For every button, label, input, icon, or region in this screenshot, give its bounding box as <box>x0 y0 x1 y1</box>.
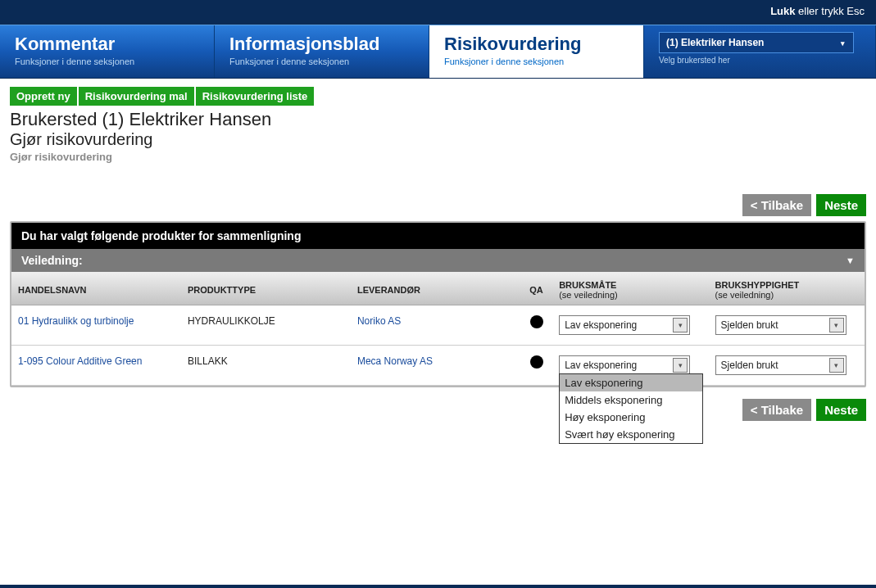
col-handelsnavn: HANDELSNAVN <box>11 272 181 305</box>
products-table: HANDELSNAVN PRODUKTTYPE LEVERANDØR QA BR… <box>11 272 865 386</box>
content-area: Opprett ny Risikovurdering mal Risikovur… <box>0 79 876 585</box>
bruksmate-options: Lav eksponering Middels eksponering Høy … <box>559 373 703 444</box>
table-row: 01 Hydraulikk og turbinolje HYDRAULIKKOL… <box>11 305 865 346</box>
cell-leverandor[interactable]: Meca Norway AS <box>351 346 520 386</box>
dropdown-option[interactable]: Middels eksponering <box>560 391 702 409</box>
tab-risiko-sub: Funksjoner i denne seksjonen <box>444 57 629 66</box>
page-title-line1: Brukersted (1) Elektriker Hansen <box>10 109 866 130</box>
tab-risikovurdering[interactable]: Risikovurdering Funksjoner i denne seksj… <box>429 25 644 78</box>
bruksmate-select[interactable]: Lav eksponering▾ <box>559 315 690 335</box>
user-location-select[interactable]: (1) Elektriker Hansen ▾ <box>659 32 854 53</box>
dropdown-option[interactable]: Svært høy eksponering <box>560 426 702 443</box>
guidance-toggle[interactable]: Veiledning: ▼ <box>11 249 865 272</box>
table-row: 1-095 Colour Additive Green BILLAKK Meca… <box>11 346 865 386</box>
tab-kommentar-title: Kommentar <box>15 34 199 55</box>
user-location-area: (1) Elektriker Hansen ▾ Velg brukersted … <box>644 25 876 78</box>
cell-leverandor[interactable]: Noriko AS <box>351 305 520 346</box>
guidance-label: Veiledning: <box>21 254 83 267</box>
chevron-down-icon: ▾ <box>829 318 844 332</box>
col-produkttype: PRODUKTTYPE <box>181 272 351 305</box>
chevron-down-icon: ▾ <box>673 358 688 373</box>
user-location-hint: Velg brukersted her <box>659 56 860 65</box>
cell-qa <box>520 346 552 386</box>
col-brukshyppighet: BRUKSHYPPIGHET (se veiledning) <box>709 272 865 305</box>
tab-info-sub: Funksjoner i denne seksjonen <box>229 57 414 66</box>
risk-list-button[interactable]: Risikovurdering liste <box>196 87 315 106</box>
chevron-down-icon: ▾ <box>829 358 844 373</box>
qa-dot-icon <box>530 355 543 369</box>
cell-produkttype: BILLAKK <box>181 346 351 386</box>
user-location-value: (1) Elektriker Hansen <box>666 37 764 48</box>
tab-info-title: Informasjonsblad <box>229 34 414 55</box>
back-button-top[interactable]: < Tilbake <box>742 194 811 216</box>
chevron-down-icon: ▾ <box>673 318 688 332</box>
next-button-top[interactable]: Neste <box>816 194 866 216</box>
brukshyppighet-select[interactable]: Sjelden brukt▾ <box>715 315 846 335</box>
next-button-bottom[interactable]: Neste <box>816 399 866 421</box>
cell-qa <box>520 305 552 346</box>
main-tabs: Kommentar Funksjoner i denne seksjonen I… <box>0 25 876 79</box>
dropdown-option[interactable]: Lav eksponering <box>560 374 702 391</box>
cell-produkttype: HYDRAULIKKOLJE <box>181 305 351 346</box>
page-subtitle: Gjør risikovurdering <box>10 151 866 163</box>
col-bruksmate: BRUKSMÅTE (se veiledning) <box>552 272 708 305</box>
page-title-line2: Gjør risikovurdering <box>10 130 866 149</box>
col-qa: QA <box>520 272 552 305</box>
col-leverandor: LEVERANDØR <box>351 272 520 305</box>
dropdown-option[interactable]: Høy eksponering <box>560 409 702 426</box>
brukshyppighet-select[interactable]: Sjelden brukt▾ <box>715 355 846 375</box>
panel-title: Du har valgt følgende produkter for samm… <box>11 223 865 249</box>
chevron-down-icon: ▾ <box>841 39 845 47</box>
risk-template-button[interactable]: Risikovurdering mal <box>79 87 194 106</box>
back-button-bottom[interactable]: < Tilbake <box>742 399 811 421</box>
cell-handelsnavn[interactable]: 01 Hydraulikk og turbinolje <box>11 305 181 346</box>
comparison-panel: Du har valgt følgende produkter for samm… <box>10 221 866 387</box>
cell-handelsnavn[interactable]: 1-095 Colour Additive Green <box>11 346 181 386</box>
tab-risiko-title: Risikovurdering <box>444 34 629 55</box>
bruksmate-select-open[interactable]: Lav eksponering▾ Lav eksponering Middels… <box>559 355 690 375</box>
close-hint[interactable]: Lukk eller trykk Esc <box>0 0 876 25</box>
tab-kommentar-sub: Funksjoner i denne seksjonen <box>15 57 199 66</box>
tab-informasjonsblad[interactable]: Informasjonsblad Funksjoner i denne seks… <box>215 25 429 78</box>
qa-dot-icon <box>530 315 543 328</box>
chevron-down-icon: ▼ <box>846 256 855 265</box>
tab-kommentar[interactable]: Kommentar Funksjoner i denne seksjonen <box>0 25 215 78</box>
create-new-button[interactable]: Opprett ny <box>10 87 77 106</box>
